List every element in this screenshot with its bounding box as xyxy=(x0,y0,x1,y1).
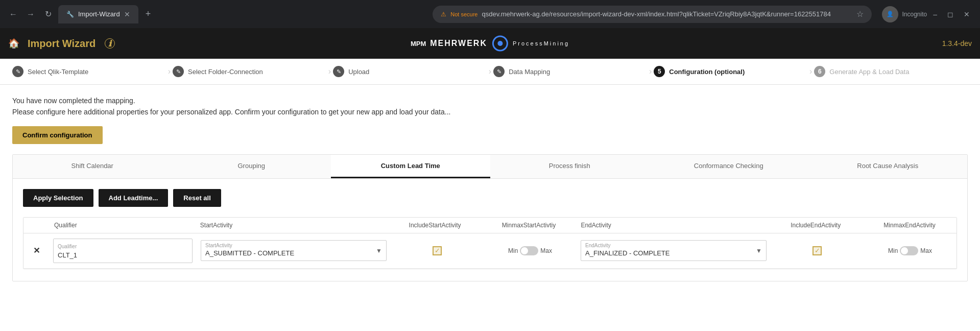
minimize-button[interactable]: – xyxy=(929,8,941,20)
home-icon[interactable]: 🏠 xyxy=(8,38,19,49)
col-header-end: EndActivity xyxy=(576,222,769,229)
row-delete-cell: ✕ xyxy=(23,246,49,255)
logo-mehrwerk-text: MEHRWERK xyxy=(430,39,487,48)
reload-button[interactable]: ↻ xyxy=(41,7,55,21)
min-start-label: Min xyxy=(508,247,518,254)
include-end-cell: ✓ xyxy=(771,246,864,255)
separator-4: › xyxy=(649,67,652,76)
add-leadtime-button[interactable]: Add Leadtime... xyxy=(99,189,169,207)
step-2-icon: ✎ xyxy=(173,66,184,77)
apply-selection-button[interactable]: Apply Selection xyxy=(23,189,93,207)
separator-2: › xyxy=(328,67,331,76)
address-bar[interactable]: ⚠ Not secure qsdev.mehrwerk-ag.de/resour… xyxy=(433,6,871,23)
step-6[interactable]: 6 Generate App & Load Data xyxy=(814,66,968,77)
minmax-end-toggle[interactable] xyxy=(900,246,918,255)
step-3[interactable]: ✎ Upload xyxy=(333,66,487,77)
tab-content-custom-lead-time: Apply Selection Add Leadtime... Reset al… xyxy=(13,179,967,281)
processmining-label-group: ProcessMining xyxy=(513,40,569,46)
tab-favicon: 🔧 xyxy=(66,11,74,18)
browser-controls: ← → ↻ xyxy=(6,7,55,21)
include-start-checkbox[interactable]: ✓ xyxy=(433,246,442,255)
table-row: ✕ Qualifier StartActivity A_SUBMITTE xyxy=(23,233,957,269)
step-5-label: Configuration (optional) xyxy=(669,68,745,76)
step-1-icon: ✎ xyxy=(12,66,23,77)
col-header-include-end: IncludeEndActivity xyxy=(769,222,863,229)
col-header-include-start: IncludeStartActivity xyxy=(388,222,482,229)
close-window-button[interactable]: ✕ xyxy=(960,8,974,20)
info-icon[interactable]: ℹ xyxy=(105,38,115,49)
include-end-checkbox[interactable]: ✓ xyxy=(812,246,822,255)
step-2[interactable]: ✎ Select Folder-Connection xyxy=(173,66,326,77)
svg-point-1 xyxy=(497,41,503,46)
processmining-text: ProcessMining xyxy=(513,40,569,46)
step-5-icon: 5 xyxy=(654,66,665,77)
start-activity-select[interactable]: StartActivity A_SUBMITTED - COMPLETE ▼ xyxy=(201,240,387,261)
logo: MPM MEHRWERK ProcessMining xyxy=(411,35,569,52)
app-title-group: 🏠 Import Wizard ℹ xyxy=(8,38,115,50)
col-header-delete xyxy=(23,222,49,229)
qualifier-cell: Qualifier xyxy=(49,239,197,263)
min-end-label: Min xyxy=(888,247,898,254)
incognito-label: Incognito xyxy=(902,11,927,18)
step-1[interactable]: ✎ Select Qlik-Template xyxy=(12,66,166,77)
tab-grouping[interactable]: Grouping xyxy=(172,155,331,178)
start-activity-arrow: ▼ xyxy=(376,247,382,254)
star-icon[interactable]: ☆ xyxy=(856,9,864,19)
forward-button[interactable]: → xyxy=(23,7,38,21)
end-activity-label: EndActivity xyxy=(585,243,752,248)
end-activity-cell: EndActivity A_FINALIZED - COMPLETE ▼ xyxy=(577,240,771,261)
col-header-qualifier: Qualifier xyxy=(49,222,195,229)
toggle-thumb-start xyxy=(521,247,528,254)
intro-line1: You have now completed the mapping. xyxy=(12,95,968,106)
col-header-minmax-end: MinmaxEndActivity xyxy=(863,222,957,229)
restore-button[interactable]: ◻ xyxy=(943,8,958,20)
intro-line2: Please configure here additional propert… xyxy=(12,106,968,117)
minmax-start-cell: Min Max xyxy=(484,246,577,255)
back-button[interactable]: ← xyxy=(6,7,20,21)
content-area: You have now completed the mapping. Plea… xyxy=(0,85,980,281)
browser-tab[interactable]: 🔧 Import-Wizard ✕ xyxy=(58,5,138,23)
minmax-start-toggle[interactable] xyxy=(520,246,538,255)
end-activity-select[interactable]: EndActivity A_FINALIZED - COMPLETE ▼ xyxy=(581,240,767,261)
qualifier-input-wrapper[interactable]: Qualifier xyxy=(53,239,193,263)
max-end-label: Max xyxy=(920,247,932,254)
reset-all-button[interactable]: Reset all xyxy=(173,189,221,207)
step-6-label: Generate App & Load Data xyxy=(829,68,909,76)
logo-mpm-text: MPM xyxy=(411,40,426,48)
include-start-cell: ✓ xyxy=(391,246,484,255)
app-title-text: Import Wizard xyxy=(28,38,95,50)
separator-3: › xyxy=(489,67,491,76)
tab-root-cause-analysis[interactable]: Root Cause Analysis xyxy=(808,155,968,178)
leadtime-table: Qualifier StartActivity IncludeStartActi… xyxy=(23,217,957,269)
minmax-end-cell: Min Max xyxy=(864,246,957,255)
security-icon: ⚠ xyxy=(441,11,446,18)
tab-bar: ← → ↻ 🔧 Import-Wizard ✕ + xyxy=(6,5,428,23)
tab-title: Import-Wizard xyxy=(78,10,120,18)
step-6-icon: 6 xyxy=(814,66,825,77)
col-header-start: StartActivity xyxy=(195,222,388,229)
qualifier-input[interactable] xyxy=(58,251,188,259)
step-3-label: Upload xyxy=(348,68,369,76)
tab-shift-calendar[interactable]: Shift Calendar xyxy=(13,155,172,178)
tab-process-finish[interactable]: Process finish xyxy=(490,155,650,178)
tab-close-button[interactable]: ✕ xyxy=(124,10,130,18)
wizard-steps: ✎ Select Qlik-Template › ✎ Select Folder… xyxy=(0,59,980,85)
logo-circle-svg xyxy=(491,35,509,52)
step-5[interactable]: 5 Configuration (optional) xyxy=(654,66,807,77)
start-activity-value: A_SUBMITTED - COMPLETE xyxy=(205,249,294,257)
step-4[interactable]: ✎ Data Mapping xyxy=(493,66,647,77)
step-4-icon: ✎ xyxy=(493,66,505,77)
toggle-thumb-end xyxy=(901,247,908,254)
separator-5: › xyxy=(809,67,812,76)
confirm-configuration-button[interactable]: Confirm configuration xyxy=(12,126,103,144)
start-activity-cell: StartActivity A_SUBMITTED - COMPLETE ▼ xyxy=(197,240,391,261)
tab-conformance-checking[interactable]: Conformance Checking xyxy=(649,155,808,178)
version-label: 1.3.4-dev xyxy=(942,39,972,48)
url-text: qsdev.mehrwerk-ag.de/resources/import-wi… xyxy=(482,10,831,18)
new-tab-button[interactable]: + xyxy=(141,7,155,21)
start-activity-label: StartActivity xyxy=(205,243,372,248)
profile-button[interactable]: 👤 xyxy=(882,6,898,22)
delete-row-button[interactable]: ✕ xyxy=(33,246,40,255)
end-activity-arrow: ▼ xyxy=(756,247,762,254)
tab-custom-lead-time[interactable]: Custom Lead Time xyxy=(331,155,490,178)
